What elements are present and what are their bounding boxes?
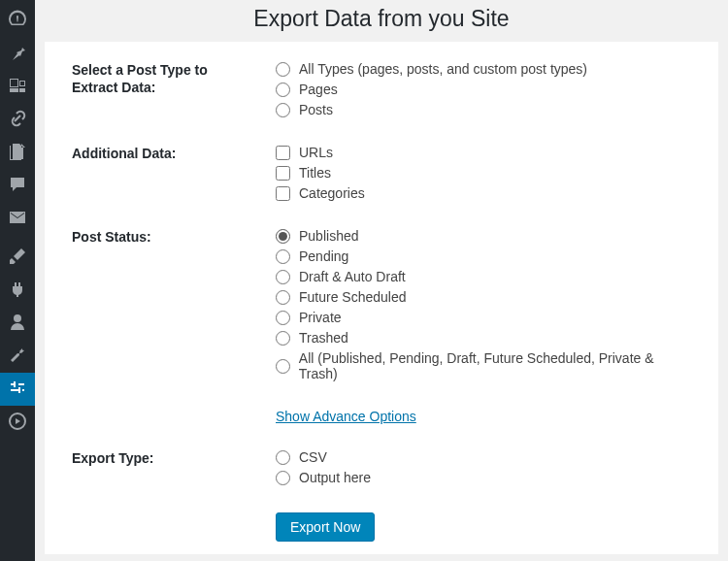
- export-option-output[interactable]: Output here: [276, 470, 691, 485]
- status-option-future[interactable]: Future Scheduled: [276, 289, 691, 305]
- main-content: Export Data from you Site Select a Post …: [35, 0, 728, 561]
- status-radio-private[interactable]: [276, 311, 290, 325]
- status-radio-all[interactable]: [276, 359, 290, 374]
- post-status-row: Post Status: Published Pending Draft & A…: [72, 228, 691, 381]
- option-label: Private: [299, 310, 342, 325]
- status-option-published[interactable]: Published: [276, 228, 691, 244]
- advance-options-wrapper: Show Advance Options: [276, 409, 691, 424]
- option-label: Categories: [299, 185, 365, 201]
- option-label: Future Scheduled: [299, 289, 407, 305]
- additional-checkbox-titles[interactable]: [276, 166, 290, 181]
- comment-icon: [8, 175, 27, 197]
- option-label: All Types (pages, posts, and custom post…: [299, 61, 587, 77]
- option-label: All (Published, Pending, Draft, Future S…: [299, 350, 691, 381]
- option-label: Draft & Auto Draft: [299, 269, 406, 284]
- show-advance-options-link[interactable]: Show Advance Options: [276, 409, 416, 424]
- post-type-option-pages[interactable]: Pages: [276, 82, 691, 97]
- sidebar-item-comments[interactable]: [0, 169, 35, 202]
- option-label: CSV: [299, 449, 327, 465]
- post-type-radio-all[interactable]: [276, 62, 290, 77]
- option-label: Published: [299, 228, 359, 244]
- export-type-options: CSV Output here: [276, 449, 691, 485]
- status-radio-future[interactable]: [276, 290, 290, 305]
- status-radio-pending[interactable]: [276, 249, 290, 264]
- sidebar-item-contact[interactable]: [0, 202, 35, 235]
- page-title: Export Data from you Site: [45, 0, 718, 42]
- mail-icon: [8, 208, 27, 230]
- circle-play-icon: [8, 412, 27, 434]
- additional-checkbox-categories[interactable]: [276, 186, 290, 201]
- sidebar-item-tools[interactable]: [0, 340, 35, 373]
- post-type-option-posts[interactable]: Posts: [276, 102, 691, 117]
- additional-data-options: URLs Titles Categories: [276, 145, 691, 201]
- sliders-icon: [8, 379, 27, 401]
- sidebar-item-pages[interactable]: [0, 136, 35, 169]
- post-status-label: Post Status:: [72, 228, 276, 381]
- admin-sidebar: [0, 0, 35, 561]
- plug-icon: [8, 280, 27, 302]
- sidebar-item-plugins[interactable]: [0, 274, 35, 307]
- additional-data-row: Additional Data: URLs Titles Categories: [72, 145, 691, 201]
- option-label: Posts: [299, 102, 333, 117]
- sidebar-item-dashboard[interactable]: [0, 4, 35, 37]
- sidebar-item-posts[interactable]: [0, 37, 35, 70]
- gauge-icon: [8, 10, 27, 32]
- option-label: Output here: [299, 470, 371, 485]
- wrench-icon: [8, 346, 27, 368]
- status-option-all[interactable]: All (Published, Pending, Draft, Future S…: [276, 350, 691, 381]
- post-type-row: Select a Post Type to Extract Data: All …: [72, 61, 691, 117]
- brush-icon: [8, 247, 27, 269]
- additional-option-urls[interactable]: URLs: [276, 145, 691, 160]
- export-radio-csv[interactable]: [276, 450, 290, 465]
- option-label: URLs: [299, 145, 333, 160]
- status-option-private[interactable]: Private: [276, 310, 691, 325]
- sidebar-item-links[interactable]: [0, 103, 35, 136]
- sidebar-item-media[interactable]: [0, 70, 35, 103]
- status-radio-draft[interactable]: [276, 270, 290, 284]
- sidebar-item-export[interactable]: [0, 373, 35, 406]
- additional-checkbox-urls[interactable]: [276, 146, 290, 160]
- post-type-radio-pages[interactable]: [276, 82, 290, 97]
- export-type-label: Export Type:: [72, 449, 276, 485]
- link-icon: [8, 109, 27, 131]
- option-label: Titles: [299, 165, 331, 181]
- sidebar-item-settings[interactable]: [0, 406, 35, 439]
- export-radio-output[interactable]: [276, 471, 290, 485]
- sidebar-item-appearance[interactable]: [0, 241, 35, 274]
- export-panel: Select a Post Type to Extract Data: All …: [45, 42, 718, 554]
- additional-option-categories[interactable]: Categories: [276, 185, 691, 201]
- post-status-options: Published Pending Draft & Auto Draft Fut…: [276, 228, 691, 381]
- status-option-pending[interactable]: Pending: [276, 248, 691, 264]
- additional-option-titles[interactable]: Titles: [276, 165, 691, 181]
- export-type-row: Export Type: CSV Output here: [72, 449, 691, 485]
- status-radio-trashed[interactable]: [276, 331, 290, 346]
- export-option-csv[interactable]: CSV: [276, 449, 691, 465]
- user-icon: [8, 313, 27, 335]
- export-now-button[interactable]: Export Now: [276, 512, 375, 542]
- option-label: Pending: [299, 248, 348, 264]
- pages-icon: [8, 142, 27, 164]
- option-label: Pages: [299, 82, 338, 97]
- post-type-radio-posts[interactable]: [276, 103, 290, 117]
- status-option-draft[interactable]: Draft & Auto Draft: [276, 269, 691, 284]
- option-label: Trashed: [299, 330, 348, 346]
- media-icon: [8, 76, 27, 98]
- pin-icon: [8, 43, 27, 65]
- additional-data-label: Additional Data:: [72, 145, 276, 201]
- post-type-options: All Types (pages, posts, and custom post…: [276, 61, 691, 117]
- post-type-option-all[interactable]: All Types (pages, posts, and custom post…: [276, 61, 691, 77]
- sidebar-item-users[interactable]: [0, 307, 35, 340]
- status-option-trashed[interactable]: Trashed: [276, 330, 691, 346]
- status-radio-published[interactable]: [276, 229, 290, 244]
- post-type-label: Select a Post Type to Extract Data:: [72, 61, 276, 117]
